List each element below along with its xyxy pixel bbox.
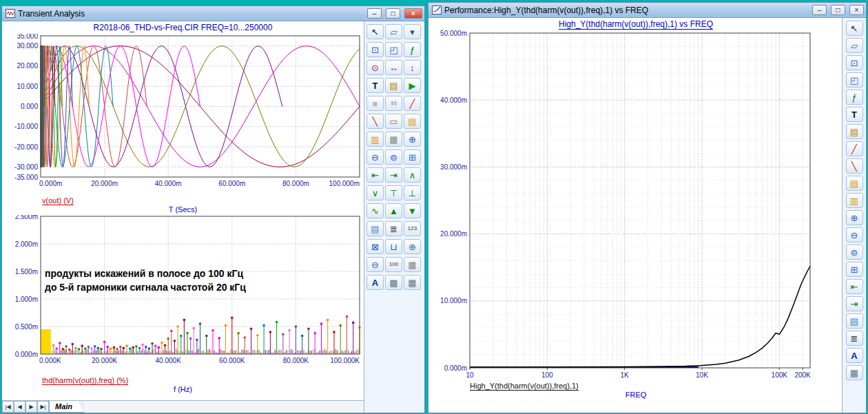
- function-icon[interactable]: ƒ: [846, 90, 863, 105]
- performance-plot-canvas[interactable]: 101001K10K100K200K50.000m40.000m30.000m2…: [430, 30, 840, 382]
- tab-main[interactable]: Main: [49, 401, 84, 413]
- numeric-output-icon[interactable]: ▤: [846, 176, 863, 191]
- svg-text:-30.000: -30.000: [14, 163, 38, 171]
- nav-next-button[interactable]: ▶: [25, 401, 37, 413]
- autoscale-icon[interactable]: ⊜: [846, 245, 863, 260]
- svg-text:2.500m: 2.500m: [15, 215, 38, 220]
- annotation-text: продукты искажений в полосе до 100 кГц д…: [45, 267, 246, 294]
- tangent-icon[interactable]: ╲: [366, 114, 384, 129]
- horizontal-tag-icon[interactable]: ↔: [385, 60, 402, 75]
- global-high-icon[interactable]: ▲: [385, 203, 402, 218]
- font-icon[interactable]: A: [846, 348, 863, 363]
- minimize-button[interactable]: –: [367, 8, 382, 19]
- stack-plots-icon[interactable]: ▤: [366, 221, 384, 236]
- select-tool-icon[interactable]: ↖: [366, 24, 384, 39]
- maximize-button[interactable]: □: [831, 5, 845, 15]
- close-button[interactable]: ×: [849, 5, 864, 15]
- magnify-minus-icon[interactable]: ⊖: [366, 257, 384, 272]
- tab-scroll-track[interactable]: [84, 401, 364, 413]
- watch-values-icon[interactable]: ▥: [846, 193, 863, 208]
- zoom-window-icon[interactable]: ⊡: [366, 42, 384, 57]
- svg-text:80.000K: 80.000K: [283, 357, 309, 364]
- scale-limits-icon[interactable]: ◰: [846, 72, 863, 87]
- font-icon[interactable]: A: [366, 275, 384, 290]
- svg-text:50.000m: 50.000m: [440, 30, 467, 37]
- go-to-x-icon[interactable]: ⇤: [366, 167, 384, 183]
- restore-scale-icon[interactable]: ⊔: [385, 239, 402, 254]
- peak-icon[interactable]: ∧: [404, 167, 421, 183]
- high-icon[interactable]: ⊤: [385, 185, 402, 200]
- tool-dropdown-icon[interactable]: ▾: [404, 24, 421, 39]
- zoom-in-icon[interactable]: ⊕: [404, 132, 421, 147]
- properties-icon[interactable]: ▤: [846, 124, 863, 139]
- low-icon[interactable]: ⊥: [404, 185, 421, 200]
- tangent-icon[interactable]: ╲: [846, 158, 863, 174]
- page-tab-bar: |◀ ◀ ▶ ▶| Main: [2, 400, 364, 413]
- state-variables-icon[interactable]: ▦: [385, 132, 402, 147]
- transient-plot-canvas[interactable]: 0.000m20.000m40.000m60.000m80.000m100.00…: [2, 34, 364, 196]
- zoom-out-icon[interactable]: ⊖: [366, 149, 384, 165]
- zoom-area-icon[interactable]: ⊠: [366, 239, 384, 254]
- svg-text:0.000m: 0.000m: [39, 180, 62, 187]
- align-cursors-icon[interactable]: ⊞: [404, 149, 421, 165]
- performance-window-titlebar[interactable]: Performance:High_Y(thd(harm(v(out)),freq…: [428, 3, 866, 18]
- run-icon[interactable]: ▶: [404, 78, 421, 93]
- spectrum-xlabel: f (Hz): [2, 385, 364, 395]
- data-point-icon[interactable]: ⊙: [366, 60, 384, 75]
- slope-icon[interactable]: ╱: [846, 141, 863, 156]
- text-tool-icon[interactable]: T: [366, 78, 384, 93]
- function-icon[interactable]: ƒ: [404, 42, 421, 57]
- vertical-tag-icon[interactable]: ↕: [404, 60, 421, 75]
- maximize-button[interactable]: □: [386, 8, 400, 19]
- properties-icon[interactable]: ▤: [385, 78, 402, 93]
- stop-icon[interactable]: ■: [366, 96, 384, 111]
- watch-values-icon[interactable]: ▥: [366, 132, 384, 147]
- zoom-window-icon[interactable]: ⊡: [846, 55, 863, 70]
- inflection-icon[interactable]: ∿: [366, 203, 384, 218]
- svg-text:60.000m: 60.000m: [218, 180, 245, 187]
- menu-icon[interactable]: ≣: [385, 221, 402, 236]
- graphics-tool-icon[interactable]: ▱: [846, 38, 863, 53]
- svg-text:200K: 200K: [794, 371, 811, 379]
- align-cursors-icon[interactable]: ⊞: [846, 262, 863, 277]
- global-low-icon[interactable]: ▼: [404, 203, 421, 218]
- nav-prev-button[interactable]: ◀: [14, 401, 25, 413]
- numeric-output-icon[interactable]: ▤: [404, 114, 421, 129]
- stack-plots-icon[interactable]: ▤: [846, 313, 863, 329]
- svg-text:100.000K: 100.000K: [330, 357, 360, 364]
- pause-icon[interactable]: ▮▮: [385, 96, 402, 111]
- slope-icon[interactable]: ╱: [404, 96, 421, 111]
- select-tool-icon[interactable]: ↖: [846, 21, 863, 36]
- graphics-tool-icon[interactable]: ▱: [385, 24, 402, 39]
- scale-limits-icon[interactable]: ◰: [385, 42, 402, 57]
- transient-window-titlebar[interactable]: Transient Analysis – □ ×: [2, 6, 424, 21]
- zoom-out-icon[interactable]: ⊖: [846, 227, 863, 242]
- svg-text:20.000: 20.000: [17, 62, 38, 70]
- svg-text:0.000m: 0.000m: [444, 364, 467, 372]
- text-tool-icon[interactable]: T: [846, 107, 863, 122]
- tile-windows-icon[interactable]: ▦: [846, 365, 863, 380]
- go-to-x-icon[interactable]: ⇤: [846, 279, 863, 294]
- valley-icon[interactable]: ∨: [366, 185, 384, 200]
- autoscale-icon[interactable]: ⊜: [385, 149, 402, 165]
- window-title: Performance:High_Y(thd(harm(v(out)),freq…: [444, 6, 808, 15]
- cascade-windows-icon[interactable]: ▩: [385, 275, 402, 290]
- numeric-123-icon[interactable]: 123: [404, 221, 421, 236]
- go-to-y-icon[interactable]: ⇥: [846, 296, 863, 311]
- grid-options-icon[interactable]: ▦: [404, 257, 421, 272]
- svg-text:20.000m: 20.000m: [440, 230, 467, 238]
- svg-text:2.000m: 2.000m: [15, 240, 38, 248]
- ruler-icon[interactable]: ▭: [385, 114, 402, 129]
- close-button[interactable]: ×: [404, 8, 422, 19]
- menu-icon[interactable]: ≣: [846, 331, 863, 346]
- go-to-y-icon[interactable]: ⇥: [385, 167, 402, 183]
- zoom-in-icon[interactable]: ⊕: [846, 210, 863, 225]
- minimize-button[interactable]: –: [812, 5, 827, 15]
- nav-first-button[interactable]: |◀: [2, 401, 14, 413]
- magnify-plus-icon[interactable]: ⊕: [404, 239, 421, 254]
- window-icon: [6, 9, 15, 18]
- tile-windows-icon[interactable]: ▦: [404, 275, 421, 290]
- nav-last-button[interactable]: ▶|: [37, 401, 49, 413]
- zoom-100-icon[interactable]: 100: [385, 257, 402, 272]
- svg-text:-10.000: -10.000: [14, 123, 38, 130]
